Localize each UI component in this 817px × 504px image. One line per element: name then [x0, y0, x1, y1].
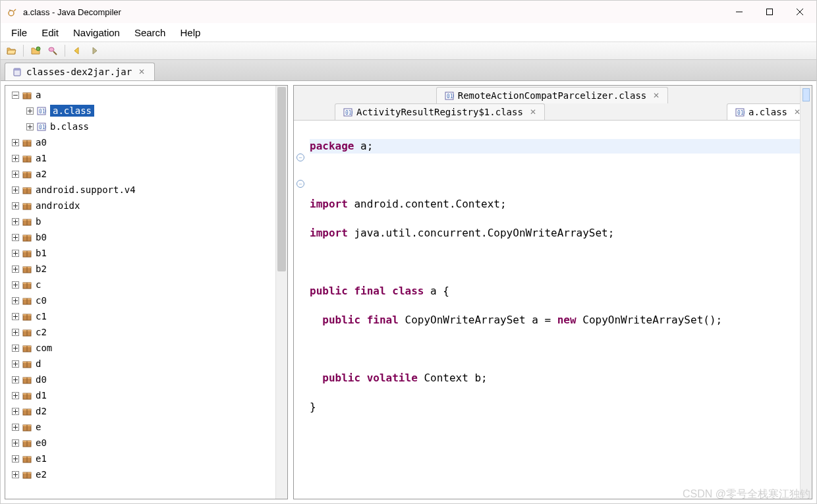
menu-search[interactable]: Search	[128, 24, 173, 41]
tree-package-d0[interactable]: d0	[5, 372, 275, 387]
package-icon	[21, 215, 33, 227]
tree-package-a[interactable]: a	[5, 87, 275, 103]
tree-package-d2[interactable]: d2	[5, 403, 275, 419]
source-code[interactable]: package a; import android.content.Contex…	[307, 121, 812, 499]
tree-expander-icon[interactable]	[11, 185, 20, 194]
tree-package-c2[interactable]: c2	[5, 324, 275, 340]
toolbar-separator	[23, 45, 24, 57]
tree-package-c1[interactable]: c1	[5, 308, 275, 324]
jar-icon	[12, 67, 22, 77]
tree-expander-icon[interactable]	[11, 217, 20, 226]
editor-tab-active[interactable]: 010 a.class ✕	[727, 103, 809, 120]
tree-expander-icon[interactable]	[25, 106, 34, 115]
fold-icon[interactable]: −	[296, 180, 304, 188]
back-button[interactable]	[70, 44, 84, 57]
tree-expander-icon[interactable]	[11, 264, 20, 273]
package-icon	[21, 89, 33, 101]
tree-expander-icon[interactable]	[25, 122, 34, 131]
tree-class-a-class[interactable]: 010a.class	[5, 103, 275, 119]
tree-expander-icon[interactable]	[11, 280, 20, 289]
forward-button[interactable]	[88, 44, 101, 57]
close-icon[interactable]: ✕	[138, 67, 145, 76]
jar-tab[interactable]: classes-dex2jar.jar ✕	[5, 63, 155, 80]
tree-expander-icon[interactable]	[11, 154, 20, 163]
tree-item-label: androidx	[36, 200, 80, 211]
editor-tab-label: a.class	[748, 107, 787, 117]
tree-expander-icon[interactable]	[11, 169, 20, 179]
close-button[interactable]	[785, 1, 815, 23]
code-gutter[interactable]: − −	[294, 121, 307, 499]
main-area: a010a.class010b.classa0a1a2android.suppo…	[1, 81, 816, 503]
tree-class-b-class[interactable]: 010b.class	[5, 119, 275, 134]
tree-expander-icon[interactable]	[11, 296, 20, 305]
tree-expander-icon[interactable]	[11, 422, 20, 432]
class-icon: 010	[36, 121, 47, 132]
tree-item-label: c1	[36, 311, 47, 322]
open-file-button[interactable]	[5, 44, 18, 57]
editor-tab[interactable]: 010 RemoteActionCompatParcelizer.class ✕	[436, 87, 669, 103]
editor-scrollbar[interactable]	[800, 121, 812, 499]
package-icon	[21, 358, 33, 370]
tree-expander-icon[interactable]	[11, 359, 20, 368]
tree-expander-icon[interactable]	[11, 138, 20, 147]
menu-help[interactable]: Help	[173, 24, 207, 41]
tree-expander-icon[interactable]	[11, 438, 20, 447]
tree-package-com[interactable]: com	[5, 340, 275, 356]
tree-package-android-support-v4[interactable]: android.support.v4	[5, 182, 275, 198]
tree-item-label: c0	[36, 295, 47, 306]
tree-item-label: b2	[36, 264, 47, 274]
menu-file[interactable]: File	[5, 24, 34, 41]
tree-package-c[interactable]: c	[5, 277, 275, 293]
tree-expander-icon[interactable]	[11, 90, 20, 99]
tree-expander-icon[interactable]	[11, 327, 20, 337]
package-icon	[21, 168, 33, 180]
tree-package-b2[interactable]: b2	[5, 261, 275, 277]
tree-item-label: com	[36, 343, 52, 353]
tree-item-label: e0	[36, 437, 47, 448]
editor-tab[interactable]: 010 ActivityResultRegistry$1.class ✕	[335, 103, 545, 120]
close-icon[interactable]: ✕	[530, 107, 536, 117]
tree-item-label: c2	[36, 327, 47, 337]
class-icon: 010	[36, 105, 47, 117]
tree-expander-icon[interactable]	[11, 391, 20, 400]
tree-scrollbar[interactable]	[275, 86, 287, 499]
tree-package-androidx[interactable]: androidx	[5, 198, 275, 213]
tree-package-a0[interactable]: a0	[5, 134, 275, 150]
tree-package-c0[interactable]: c0	[5, 293, 275, 308]
tree-expander-icon[interactable]	[11, 248, 20, 258]
tree-package-d[interactable]: d	[5, 356, 275, 372]
tree-package-e[interactable]: e	[5, 419, 275, 435]
tree-expander-icon[interactable]	[11, 233, 20, 242]
package-tree[interactable]: a010a.class010b.classa0a1a2android.suppo…	[5, 86, 275, 499]
tree-package-a2[interactable]: a2	[5, 166, 275, 182]
tree-item-label: d	[36, 358, 41, 369]
menu-navigation[interactable]: Navigation	[67, 24, 127, 41]
search-button[interactable]	[46, 44, 59, 57]
tree-expander-icon[interactable]	[11, 201, 20, 210]
tree-expander-icon[interactable]	[11, 312, 20, 321]
tree-item-label: c	[36, 279, 41, 290]
maximize-button[interactable]	[754, 1, 785, 23]
tree-package-b0[interactable]: b0	[5, 229, 275, 245]
tree-package-b1[interactable]: b1	[5, 245, 275, 261]
minimize-button[interactable]	[724, 1, 754, 23]
tree-expander-icon[interactable]	[11, 375, 20, 384]
tree-package-d1[interactable]: d1	[5, 387, 275, 403]
package-icon	[21, 294, 33, 306]
editor-tabs: 010 RemoteActionCompatParcelizer.class ✕…	[294, 86, 812, 121]
tree-expander-icon[interactable]	[11, 454, 20, 463]
menu-edit[interactable]: Edit	[35, 24, 65, 41]
tree-expander-icon[interactable]	[11, 343, 20, 352]
tree-package-b[interactable]: b	[5, 213, 275, 229]
close-icon[interactable]: ✕	[653, 91, 660, 100]
open-type-button[interactable]	[29, 44, 42, 57]
fold-icon[interactable]: −	[296, 154, 304, 161]
tree-package-a1[interactable]: a1	[5, 150, 275, 166]
tree-expander-icon[interactable]	[11, 470, 20, 479]
toolbar-separator	[65, 45, 65, 57]
tree-package-e1[interactable]: e1	[5, 451, 275, 466]
tree-package-e0[interactable]: e0	[5, 435, 275, 451]
tree-package-e2[interactable]: e2	[5, 466, 275, 482]
tree-expander-icon[interactable]	[11, 406, 20, 416]
editor-tab-label: RemoteActionCompatParcelizer.class	[458, 90, 647, 101]
